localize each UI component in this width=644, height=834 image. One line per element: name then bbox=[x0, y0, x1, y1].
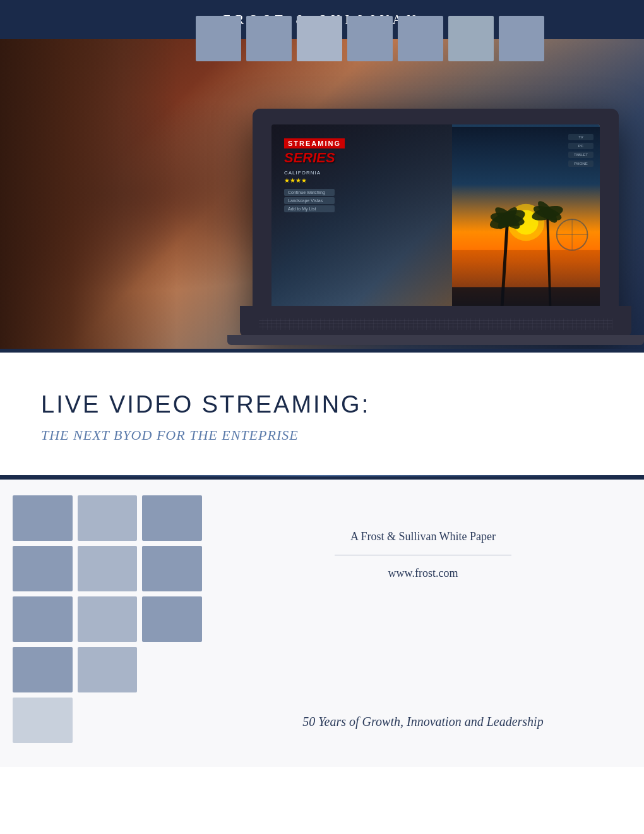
keyboard-keys bbox=[259, 318, 612, 330]
laptop-base bbox=[227, 335, 644, 345]
grid-cell bbox=[142, 495, 202, 541]
grid-cell bbox=[142, 647, 202, 692]
title-section: LIVE VIDEO STREAMING: THE NEXT BYOD FOR … bbox=[0, 353, 644, 475]
website-link[interactable]: www.frost.com bbox=[253, 567, 593, 580]
screen-info: CALIFORNIA ★★★★ bbox=[284, 170, 439, 184]
hero-section: STREAMING SERIES CALIFORNIA ★★★★ Continu… bbox=[0, 39, 644, 349]
grid-cell bbox=[347, 16, 393, 61]
pc-icon: PC bbox=[568, 143, 593, 149]
page-subtitle: THE NEXT BYOD FOR THE ENTEPRISE bbox=[41, 427, 603, 444]
tv-icon: TV bbox=[568, 134, 593, 140]
grid-cell bbox=[448, 16, 494, 61]
screen-content: STREAMING SERIES CALIFORNIA ★★★★ Continu… bbox=[271, 124, 600, 320]
grid-cell bbox=[196, 16, 241, 61]
tagline-text: 50 Years of Growth, Innovation and Leade… bbox=[253, 715, 593, 729]
streaming-badge: STREAMING bbox=[284, 138, 345, 148]
tablet-icon: TABLET bbox=[568, 152, 593, 158]
grid-cell bbox=[78, 698, 138, 743]
grid-cell bbox=[78, 647, 138, 692]
grid-cell bbox=[142, 596, 202, 642]
grid-cell bbox=[142, 546, 202, 591]
grid-cell bbox=[13, 546, 73, 591]
landscape-vistas-btn[interactable]: Landscape Vistas bbox=[284, 197, 335, 204]
grid-cell bbox=[297, 16, 342, 61]
grid-cell bbox=[13, 596, 73, 642]
grid-pattern bbox=[0, 480, 215, 767]
series-text: SERIES bbox=[284, 151, 439, 165]
grid-cell bbox=[78, 495, 138, 541]
screen-buttons: Continue Watching Landscape Vistas Add t… bbox=[284, 189, 439, 212]
phone-icon: PHONE bbox=[568, 160, 593, 167]
white-paper-info: A Frost & Sullivan White Paper www.frost… bbox=[253, 530, 593, 580]
grid-cell bbox=[13, 647, 73, 692]
laptop-screen: STREAMING SERIES CALIFORNIA ★★★★ Continu… bbox=[271, 124, 600, 320]
continue-watching-btn[interactable]: Continue Watching bbox=[284, 189, 335, 196]
footer-tagline: 50 Years of Growth, Innovation and Leade… bbox=[253, 702, 593, 735]
add-to-list-btn[interactable]: Add to My List bbox=[284, 205, 335, 212]
bottom-section: A Frost & Sullivan White Paper www.frost… bbox=[0, 476, 644, 767]
grid-extension bbox=[0, 0, 544, 77]
laptop-body: STREAMING SERIES CALIFORNIA ★★★★ Continu… bbox=[253, 109, 619, 336]
grid-cell bbox=[13, 495, 73, 541]
grid-cell bbox=[78, 596, 138, 642]
star-rating: ★★★★ bbox=[284, 177, 439, 184]
white-paper-label: A Frost & Sullivan White Paper bbox=[253, 530, 593, 543]
right-content: A Frost & Sullivan White Paper www.frost… bbox=[215, 480, 644, 767]
page-title: LIVE VIDEO STREAMING: bbox=[41, 390, 603, 420]
grid-cell bbox=[13, 698, 73, 743]
california-label: CALIFORNIA bbox=[284, 170, 439, 176]
device-icons: TV PC TABLET PHONE bbox=[568, 134, 593, 167]
divider-line bbox=[335, 555, 511, 555]
grid-row-top bbox=[196, 16, 544, 61]
person-silhouette bbox=[0, 39, 177, 349]
grid-cell bbox=[246, 16, 292, 61]
grid-cell bbox=[142, 698, 202, 743]
grid-cell bbox=[78, 546, 138, 591]
grid-cell bbox=[398, 16, 443, 61]
laptop-display: STREAMING SERIES CALIFORNIA ★★★★ Continu… bbox=[246, 83, 625, 336]
laptop-keyboard-base bbox=[240, 306, 631, 336]
screen-right-panel: TV PC TABLET PHONE bbox=[452, 124, 600, 320]
grid-cell bbox=[499, 16, 544, 61]
screen-left-panel: STREAMING SERIES CALIFORNIA ★★★★ Continu… bbox=[271, 124, 452, 320]
